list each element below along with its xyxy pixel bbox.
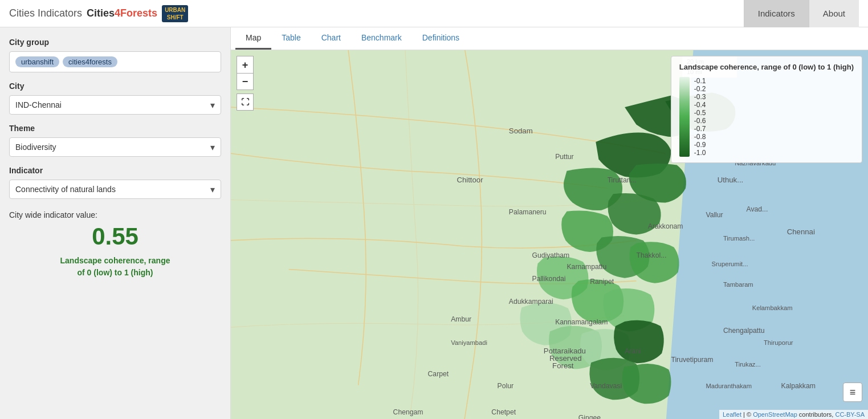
svg-text:Vallur: Vallur xyxy=(706,211,723,219)
map-area: Map Table Chart Benchmark Definitions xyxy=(231,27,868,419)
tab-chart[interactable]: Chart xyxy=(311,27,351,50)
tag-cities4forests[interactable]: cities4forests xyxy=(63,56,117,67)
expand-button[interactable]: ⛶ xyxy=(237,93,254,111)
svg-text:Arakkonam: Arakkonam xyxy=(648,222,683,230)
cc-link[interactable]: CC-BY-SA xyxy=(835,411,865,418)
svg-text:Sodam: Sodam xyxy=(509,127,533,135)
svg-text:Arani: Arani xyxy=(625,347,641,355)
indicator-label: Indicator xyxy=(9,166,221,175)
svg-text:Puttur: Puttur xyxy=(555,153,574,161)
svg-text:Tiruvetipuram: Tiruvetipuram xyxy=(671,356,713,364)
legend-label-5: -0.6 xyxy=(694,117,706,125)
map-legend: Landscape coherence, range of 0 (low) to… xyxy=(671,56,862,163)
svg-text:Polur: Polur xyxy=(498,382,514,390)
city-group-tags: urbanshift cities4forests xyxy=(9,51,221,72)
legend-label-7: -0.8 xyxy=(694,133,706,141)
svg-text:Gudiyatham: Gudiyatham xyxy=(532,251,570,259)
map-tabs: Map Table Chart Benchmark Definitions xyxy=(231,27,868,50)
legend-labels: -0.1 -0.2 -0.3 -0.4 -0.5 -0.6 -0.7 -0.8 … xyxy=(694,77,706,157)
city-wide-label: City wide indicator value: xyxy=(9,210,221,219)
svg-text:Chennai: Chennai xyxy=(787,228,815,237)
app-branding: Cities Indicators Cities4Forests URBAN S… xyxy=(9,5,188,22)
svg-text:Thakkol...: Thakkol... xyxy=(636,251,666,259)
svg-text:Chittoor: Chittoor xyxy=(457,176,483,184)
svg-text:Chengam: Chengam xyxy=(393,408,423,416)
map-container[interactable]: Sodam Puttur Satyav... Nazhavarkadu Chit… xyxy=(231,50,868,419)
svg-text:Ranipet: Ranipet xyxy=(590,278,614,286)
svg-text:Tiruttan...: Tiruttan... xyxy=(608,176,637,184)
svg-text:Vaniyambadi: Vaniyambadi xyxy=(451,339,487,346)
zoom-out-button[interactable]: − xyxy=(237,73,254,90)
nav-about[interactable]: About xyxy=(809,0,859,27)
svg-text:Adukkamparai: Adukkamparai xyxy=(509,298,553,306)
indicator-select-wrapper: Connectivity of natural lands ▾ xyxy=(9,180,221,199)
map-controls: + − ⛶ xyxy=(237,56,254,111)
svg-text:Kalpakkam: Kalpakkam xyxy=(781,382,816,390)
city-label: City xyxy=(9,82,221,91)
left-panel: City group urbanshift cities4forests Cit… xyxy=(0,27,231,419)
legend-label-1: -0.2 xyxy=(694,85,706,93)
tab-table[interactable]: Table xyxy=(271,27,311,50)
svg-text:Pallikondai: Pallikondai xyxy=(532,275,566,283)
svg-text:Kelambakkam: Kelambakkam xyxy=(752,304,793,311)
city-select-wrapper: IND-Chennai ▾ xyxy=(9,95,221,115)
legend-title: Landscape coherence, range of 0 (low) to… xyxy=(679,62,854,72)
brand-name: Cities4Forests xyxy=(87,7,157,19)
svg-text:Chengalpattu: Chengalpattu xyxy=(723,327,765,335)
svg-text:Karnampattu: Karnampattu xyxy=(567,263,606,271)
top-nav: Cities Indicators Cities4Forests URBAN S… xyxy=(0,0,868,27)
indicator-select[interactable]: Connectivity of natural lands xyxy=(10,180,221,198)
legend-gradient: -0.1 -0.2 -0.3 -0.4 -0.5 -0.6 -0.7 -0.8 … xyxy=(679,77,854,157)
osm-link[interactable]: OpenStreetMap xyxy=(753,411,797,418)
svg-text:Tambaram: Tambaram xyxy=(723,281,753,288)
svg-text:Maduranthakam: Maduranthakam xyxy=(706,383,752,389)
legend-bar xyxy=(679,77,690,157)
legend-label-2: -0.3 xyxy=(694,93,706,101)
svg-text:Sruperumit...: Sruperumit... xyxy=(712,261,748,267)
legend-label-6: -0.7 xyxy=(694,125,706,133)
city-select[interactable]: IND-Chennai xyxy=(10,96,221,114)
top-nav-right: Indicators About xyxy=(744,0,859,27)
svg-text:Tirumash...: Tirumash... xyxy=(723,235,755,242)
indicator-value: 0.55 xyxy=(9,223,221,250)
map-attribution: Leaflet | © OpenStreetMap contributors, … xyxy=(719,410,868,419)
svg-text:Tirukaz...: Tirukaz... xyxy=(735,361,761,368)
legend-label-9: -1.0 xyxy=(694,149,706,157)
app-title: Cities Indicators xyxy=(9,7,82,19)
svg-text:Kannamangalam: Kannamangalam xyxy=(555,318,608,326)
svg-text:Carpet: Carpet xyxy=(428,371,449,379)
theme-label: Theme xyxy=(9,124,221,133)
tab-definitions[interactable]: Definitions xyxy=(412,27,470,50)
urban-shift-badge: URBAN SH/FT xyxy=(162,5,188,22)
tag-urbanshift[interactable]: urbanshift xyxy=(15,56,59,67)
svg-text:Palamaneru: Palamaneru xyxy=(509,208,547,216)
svg-text:Ambur: Ambur xyxy=(451,315,471,323)
legend-label-4: -0.5 xyxy=(694,109,706,117)
theme-select-wrapper: Biodiversity ▾ xyxy=(9,137,221,157)
tab-map[interactable]: Map xyxy=(235,27,271,50)
legend-label-8: -0.9 xyxy=(694,141,706,149)
zoom-in-button[interactable]: + xyxy=(237,56,254,73)
city-group-label: City group xyxy=(9,38,221,47)
legend-label-3: -0.4 xyxy=(694,101,706,109)
nav-indicators[interactable]: Indicators xyxy=(744,0,809,27)
layer-control[interactable]: ≡ xyxy=(843,383,862,402)
svg-text:Uthuk...: Uthuk... xyxy=(718,176,744,184)
leaflet-link[interactable]: Leaflet xyxy=(723,411,741,418)
theme-select[interactable]: Biodiversity xyxy=(10,138,221,156)
indicator-description: Landscape coherence, range of 0 (low) to… xyxy=(9,255,221,279)
svg-text:Avad...: Avad... xyxy=(747,205,768,213)
svg-text:Chetpet: Chetpet xyxy=(491,408,516,416)
tab-benchmark[interactable]: Benchmark xyxy=(351,27,412,50)
svg-text:Vandavasi: Vandavasi xyxy=(590,382,622,390)
main-layout: City group urbanshift cities4forests Cit… xyxy=(0,27,868,419)
svg-text:Forest: Forest xyxy=(552,361,574,370)
svg-text:Thiruporur: Thiruporur xyxy=(764,339,793,346)
legend-label-0: -0.1 xyxy=(694,77,706,85)
svg-text:Gingee: Gingee xyxy=(578,414,601,419)
